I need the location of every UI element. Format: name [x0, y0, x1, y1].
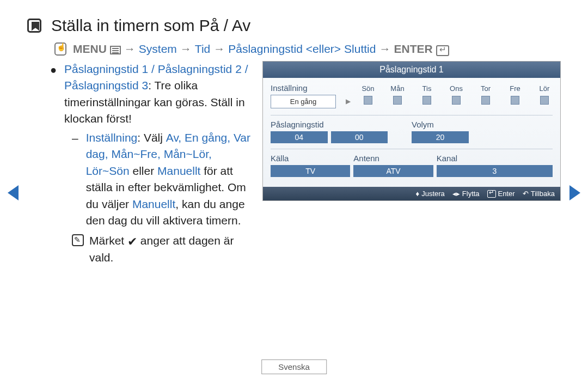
antenna-label: Antenn [353, 154, 436, 163]
bc-sluttid: Sluttid [344, 42, 376, 56]
day-checkbox[interactable] [481, 96, 490, 105]
breadcrumb: MENU → System → Tid → Påslagningstid <el… [54, 42, 561, 56]
setting-label: Inställning [271, 83, 336, 93]
description-text: ● Påslagningstid 1 / Påslagningstid 2 / … [50, 61, 255, 266]
day-checkbox[interactable] [511, 96, 519, 105]
hour-field[interactable]: 04 [271, 131, 328, 143]
bc-paslag: Påslagningstid [228, 42, 303, 56]
page-title: Ställa in timern som På / Av [51, 16, 250, 35]
day-checkbox[interactable] [452, 96, 461, 105]
bc-tid: Tid [195, 42, 210, 56]
bc-menu: MENU [73, 42, 107, 56]
bc-eller: <eller> [306, 42, 341, 56]
updown-icon: ♦ [416, 190, 420, 198]
return-icon: ↶ [523, 190, 529, 198]
day-checkbox[interactable] [422, 96, 431, 105]
source-field[interactable]: TV [271, 165, 350, 177]
timer-panel: Påslagningstid 1 Inställning En gång ▶ S… [262, 61, 561, 201]
channel-field[interactable]: 3 [437, 165, 553, 177]
prev-page-button[interactable] [8, 185, 19, 200]
volume-label: Volym [412, 120, 553, 129]
bookmark-icon [27, 19, 41, 33]
panel-header: Påslagningstid 1 [263, 62, 560, 78]
language-button[interactable]: Svenska [261, 359, 327, 374]
next-page-button[interactable] [569, 185, 580, 200]
volume-field[interactable]: 20 [412, 131, 469, 143]
enter-icon [487, 190, 496, 198]
leftright-icon: ◂▸ [452, 190, 460, 198]
note-icon [72, 234, 84, 246]
check-icon: ✔ [127, 235, 137, 248]
antenna-field[interactable]: ATV [353, 165, 433, 177]
enter-icon [436, 45, 449, 56]
bullet-dot: ● [50, 61, 57, 127]
dash-icon: – [72, 130, 78, 229]
day-checkbox[interactable] [364, 96, 372, 105]
hand-icon [54, 42, 66, 56]
minute-field[interactable]: 00 [331, 131, 388, 143]
source-label: Källa [271, 154, 353, 163]
day-grid: Sön Mån Tis Ons Tor Fre Lör [357, 84, 555, 105]
bc-system: System [139, 42, 177, 56]
panel-footer: ♦Justera ◂▸Flytta Enter ↶Tillbaka [263, 187, 560, 200]
day-checkbox[interactable] [540, 96, 549, 105]
channel-label: Kanal [437, 154, 553, 163]
chevron-right-icon: ▶ [346, 97, 351, 105]
time-label: Påslagningstid [271, 120, 412, 129]
day-checkbox[interactable] [393, 96, 402, 105]
bc-enter: ENTER [394, 42, 432, 56]
setting-select[interactable]: En gång [271, 95, 336, 108]
menu-icon [110, 46, 121, 54]
